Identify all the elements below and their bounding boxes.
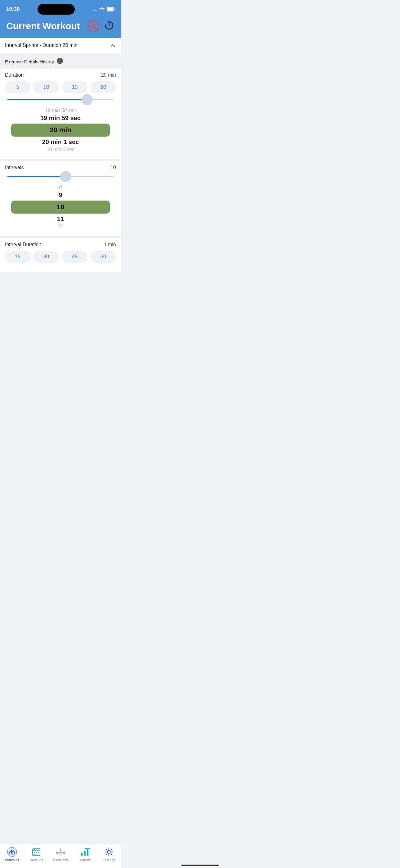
- info-icon[interactable]: i: [57, 57, 63, 65]
- duration-quick-buttons: 5 10 15 20: [5, 81, 116, 93]
- duration-btn-20[interactable]: 20: [91, 81, 116, 93]
- duration-picker-item-4: 20 min 2 sec: [5, 146, 116, 153]
- interval-duration-value: 1 min: [104, 242, 116, 247]
- intervals-picker-item-1: 9: [5, 191, 116, 199]
- svg-text:i: i: [60, 59, 61, 63]
- svg-point-0: [92, 10, 94, 11]
- interval-duration-quick-buttons: 15 30 45 60: [5, 251, 116, 263]
- duration-slider-track: [7, 99, 113, 100]
- duration-picker-item-0: 19 min 58 sec: [5, 107, 116, 114]
- page-title: Current Workout: [6, 21, 80, 31]
- intervals-picker-item-3: 11: [5, 215, 116, 223]
- duration-picker-item-1: 19 min 59 sec: [5, 114, 116, 122]
- duration-picker-item-2[interactable]: 20 min: [11, 124, 110, 136]
- intervals-picker-item-0: 8: [5, 184, 116, 191]
- intervals-header: Intervals 10: [5, 165, 116, 170]
- intervals-picker-item-4: 12: [5, 223, 116, 230]
- interval-duration-block: Interval Duration 1 min 15 30 45 60: [0, 238, 121, 272]
- intervals-slider[interactable]: [5, 176, 116, 177]
- duration-header: Duration 20 min: [5, 72, 116, 78]
- section-header[interactable]: Interval Sprints - Duration 20 min: [0, 38, 121, 53]
- battery-icon: [107, 7, 115, 11]
- svg-rect-5: [114, 9, 115, 10]
- svg-rect-6: [107, 8, 113, 11]
- interval-dur-btn-15[interactable]: 15: [5, 251, 30, 263]
- cancel-icon[interactable]: [88, 21, 99, 32]
- interval-dur-btn-30[interactable]: 30: [33, 251, 59, 263]
- status-time: 10:30: [6, 6, 20, 12]
- duration-slider-thumb[interactable]: [81, 94, 93, 105]
- intervals-picker-item-2[interactable]: 10: [11, 200, 110, 214]
- header: Current Workout: [0, 17, 121, 38]
- signal-icon: [92, 7, 97, 11]
- intervals-picker[interactable]: 8 9 10 11 12: [5, 183, 116, 231]
- dynamic-island: [37, 4, 75, 14]
- interval-dur-btn-45[interactable]: 45: [62, 251, 88, 263]
- duration-slider-fill: [7, 99, 87, 100]
- intervals-block: Intervals 10 8 9 10 11 12: [0, 161, 121, 236]
- svg-point-3: [96, 10, 97, 11]
- duration-btn-15[interactable]: 15: [62, 81, 88, 93]
- intervals-label: Intervals: [5, 165, 24, 170]
- section-title: Interval Sprints - Duration 20 min: [5, 42, 77, 48]
- status-bar: 10:30: [0, 0, 121, 17]
- duration-picker-item-3: 20 min 1 sec: [5, 138, 116, 146]
- status-icons: [92, 7, 115, 11]
- chevron-up-icon: [110, 42, 116, 49]
- intervals-slider-thumb[interactable]: [60, 171, 71, 182]
- svg-point-1: [94, 10, 95, 11]
- duration-block: Duration 20 min 5 10 15 20 19 min 58 sec…: [0, 69, 121, 159]
- duration-value: 20 min: [101, 72, 116, 78]
- details-row: Exercise Details/History i: [0, 53, 121, 67]
- power-icon[interactable]: [104, 20, 115, 32]
- duration-btn-5[interactable]: 5: [5, 81, 30, 93]
- duration-btn-10[interactable]: 10: [33, 81, 59, 93]
- svg-point-2: [95, 10, 96, 11]
- duration-picker[interactable]: 19 min 58 sec 19 min 59 sec 20 min 20 mi…: [5, 106, 116, 154]
- interval-duration-label: Interval Duration: [5, 242, 41, 247]
- interval-dur-btn-60[interactable]: 60: [91, 251, 116, 263]
- wifi-icon: [99, 7, 105, 11]
- intervals-value: 10: [110, 165, 116, 170]
- duration-slider[interactable]: [5, 99, 116, 100]
- details-label: Exercise Details/History: [5, 59, 54, 64]
- interval-duration-header: Interval Duration 1 min: [5, 242, 116, 247]
- header-actions: [88, 20, 115, 32]
- main-content: Interval Sprints - Duration 20 min Exerc…: [0, 38, 121, 302]
- intervals-slider-fill: [7, 176, 66, 177]
- intervals-slider-track: [7, 176, 113, 177]
- duration-label: Duration: [5, 72, 24, 78]
